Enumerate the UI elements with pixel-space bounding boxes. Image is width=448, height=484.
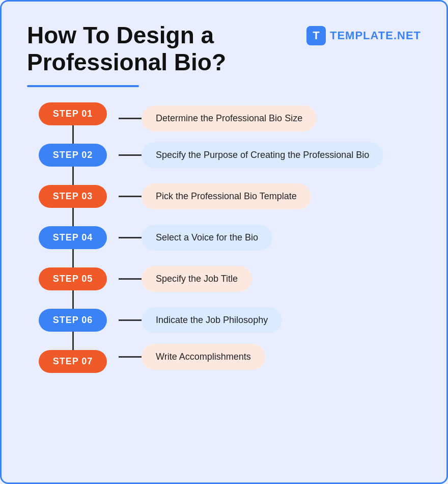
step-label-02: Specify the Purpose of Creating the Prof… [142, 142, 383, 168]
step-label-04: Select a Voice for the Bio [142, 225, 272, 251]
step-badge-01: STEP 01 [39, 102, 107, 125]
logo-text: TEMPLATE.NET [330, 29, 421, 42]
page-title: How To Design a Professional Bio? [27, 22, 226, 76]
step-badge-05: STEP 05 [39, 267, 107, 290]
logo-icon: T [306, 26, 326, 45]
steps-list: STEP 01Determine the Professional Bio Si… [27, 102, 421, 373]
step-item-02: STEP 02Specify the Purpose of Creating t… [27, 135, 421, 176]
step-badge-07: STEP 07 [39, 350, 107, 373]
title-divider [27, 85, 139, 87]
step-badge-03: STEP 03 [39, 185, 107, 208]
step-item-05: STEP 05Specify the Job Title [27, 258, 421, 300]
step-item-07: STEP 07Write Accomplishments [27, 341, 421, 373]
step-item-06: STEP 06Indicate the Job Philosophy [27, 300, 421, 341]
step-label-05: Specify the Job Title [142, 266, 252, 292]
logo: T TEMPLATE.NET [306, 26, 421, 45]
main-container: How To Design a Professional Bio? T TEMP… [0, 0, 448, 484]
step-label-03: Pick the Professional Bio Template [142, 183, 311, 209]
step-label-06: Indicate the Job Philosophy [142, 307, 282, 333]
step-badge-04: STEP 04 [39, 226, 107, 249]
step-badge-06: STEP 06 [39, 309, 107, 332]
step-item-01: STEP 01Determine the Professional Bio Si… [27, 102, 421, 135]
step-item-03: STEP 03Pick the Professional Bio Templat… [27, 176, 421, 217]
step-item-04: STEP 04Select a Voice for the Bio [27, 217, 421, 258]
step-label-07: Write Accomplishments [142, 344, 265, 370]
step-label-01: Determine the Professional Bio Size [142, 105, 317, 131]
header: How To Design a Professional Bio? T TEMP… [27, 22, 421, 76]
step-badge-02: STEP 02 [39, 144, 107, 167]
